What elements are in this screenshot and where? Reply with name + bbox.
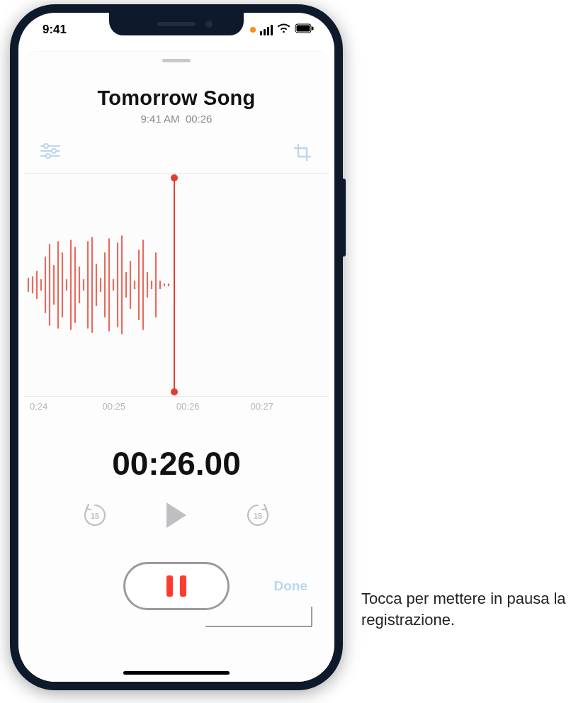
cellular-icon (260, 25, 273, 35)
recording-sheet: Tomorrow Song 9:41 AM 00:26 (24, 51, 329, 682)
rewind-15-icon[interactable]: 15 (81, 502, 108, 532)
time-axis: 0:24 00:25 00:26 00:27 (24, 397, 329, 412)
svg-text:15: 15 (91, 512, 99, 520)
settings-sliders-icon[interactable] (40, 143, 61, 166)
done-button[interactable]: Done (274, 578, 308, 594)
svg-rect-2 (312, 27, 314, 30)
play-icon[interactable] (164, 501, 189, 532)
pause-recording-button[interactable] (123, 562, 230, 610)
home-indicator[interactable] (123, 671, 230, 675)
axis-tick: 00:26 (176, 401, 251, 412)
phone-frame: 9:41 Tomorrow Song 9:41 AM 00:26 (10, 4, 343, 690)
svg-point-6 (52, 149, 56, 153)
battery-icon (295, 23, 315, 37)
power-button (341, 179, 346, 257)
callout-text: Tocca per mettere in pausa la registrazi… (361, 588, 581, 630)
status-icons (250, 23, 315, 37)
recording-indicator-icon (250, 27, 256, 33)
phone-screen: 9:41 Tomorrow Song 9:41 AM 00:26 (18, 13, 334, 682)
playhead[interactable] (174, 178, 175, 392)
recording-subtitle: 9:41 AM 00:26 (24, 113, 329, 125)
recording-title[interactable]: Tomorrow Song (24, 86, 329, 110)
waveform (24, 174, 329, 396)
svg-point-4 (44, 144, 48, 148)
svg-point-8 (46, 154, 50, 158)
svg-rect-1 (297, 26, 310, 32)
notch (109, 13, 244, 35)
elapsed-timer: 00:26.00 (24, 444, 329, 483)
recording-duration: 00:26 (186, 113, 213, 125)
axis-tick: 0:24 (28, 401, 103, 412)
waveform-area[interactable] (24, 173, 329, 397)
axis-tick: 00:25 (103, 401, 177, 412)
sheet-grabber[interactable] (162, 59, 191, 62)
status-time: 9:41 (43, 23, 67, 37)
recording-time-of-day: 9:41 AM (141, 113, 180, 125)
axis-tick: 00:27 (251, 401, 325, 412)
forward-15-icon[interactable]: 15 (244, 502, 271, 532)
pause-icon (180, 575, 186, 597)
trim-crop-icon[interactable] (293, 143, 313, 166)
svg-text:15: 15 (254, 512, 262, 520)
wifi-icon (277, 23, 290, 37)
transport-controls: 15 15 (24, 501, 329, 532)
pause-icon (166, 575, 173, 597)
